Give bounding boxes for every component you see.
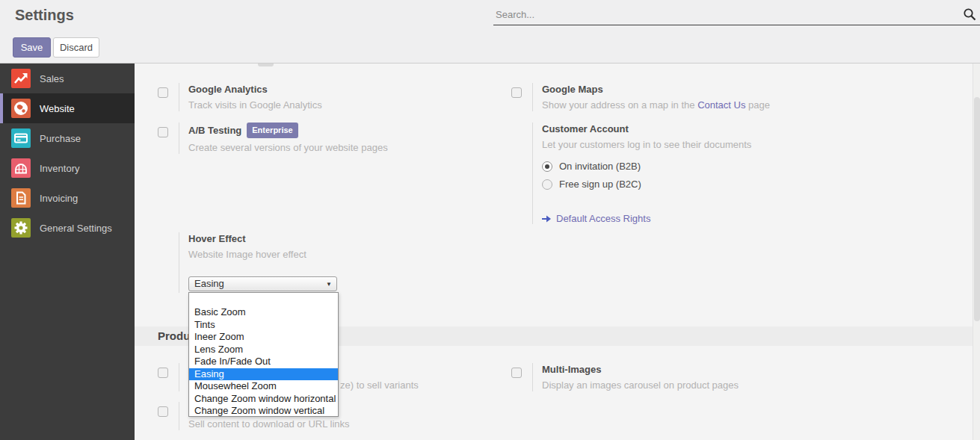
sidebar: Sales Website Purchase <box>0 63 135 440</box>
multi-images-checkbox[interactable] <box>511 368 522 378</box>
sidebar-item-purchase[interactable]: Purchase <box>0 123 135 153</box>
inventory-building-icon <box>11 158 31 178</box>
dropdown-option[interactable]: Easing <box>189 368 338 381</box>
header: Settings Save Discard <box>0 0 980 63</box>
setting-row-customer-account: Customer Account Let your customers log … <box>499 123 948 224</box>
digital-content-checkbox[interactable] <box>158 406 168 417</box>
settings-content: Google Analytics Track visits in Google … <box>135 63 980 440</box>
radio-button[interactable] <box>542 161 552 172</box>
right-arrow-icon <box>542 214 552 223</box>
setting-row-google-maps: Google Maps Show your address on a map i… <box>499 83 948 111</box>
vertical-scrollbar <box>973 63 980 440</box>
multi-images-title: Multi-Images <box>542 363 739 376</box>
hover-effect-select[interactable]: Easing ▼ <box>188 276 337 291</box>
dropdown-option[interactable]: Basic Zoom <box>189 306 338 319</box>
google-maps-checkbox[interactable] <box>511 87 522 98</box>
enterprise-badge: Enterprise <box>247 123 298 138</box>
page-title: Settings <box>15 7 74 24</box>
purchase-card-icon <box>11 128 31 148</box>
attributes-checkbox[interactable] <box>158 368 168 378</box>
dropdown-option[interactable]: Lens Zoom <box>189 344 338 356</box>
ab-testing-checkbox[interactable] <box>158 127 168 137</box>
sales-chart-icon <box>11 69 31 88</box>
radio-free-sign-up-b2c[interactable]: Free sign up (B2C) <box>542 179 751 190</box>
sidebar-item-label: Sales <box>40 73 64 84</box>
sidebar-item-website[interactable]: Website <box>0 93 135 123</box>
invoicing-document-icon <box>11 188 31 208</box>
dropdown-option[interactable]: Mousewheel Zoom <box>189 380 338 393</box>
sidebar-item-label: Purchase <box>40 133 81 144</box>
website-globe-icon <box>11 99 31 118</box>
sidebar-item-label: Inventory <box>40 163 79 174</box>
setting-row-ab-testing: A/B TestingEnterprise Create several ver… <box>146 123 490 154</box>
digital-content-desc: Sell content to download or URL links <box>188 418 350 430</box>
save-button[interactable]: Save <box>13 37 51 58</box>
dropdown-option[interactable]: Ineer Zoom <box>189 331 338 344</box>
discard-button[interactable]: Discard <box>53 37 99 58</box>
customer-account-title: Customer Account <box>542 123 751 135</box>
search-input[interactable] <box>496 5 961 23</box>
chevron-down-icon: ▼ <box>326 281 332 288</box>
search-icon[interactable] <box>963 7 976 21</box>
setting-row-google-analytics: Google Analytics Track visits in Google … <box>146 83 490 111</box>
dropdown-option[interactable]: Change Zoom window vertical <box>189 405 338 418</box>
gear-icon <box>11 218 31 238</box>
default-access-rights-link[interactable]: Default Access Rights <box>542 213 751 224</box>
dropdown-option[interactable]: Tints <box>189 319 338 332</box>
multi-images-desc: Display an images carousel on product pa… <box>542 379 739 391</box>
sidebar-item-invoicing[interactable]: Invoicing <box>0 183 135 213</box>
customer-account-desc: Let your customers log in to see their d… <box>542 139 751 151</box>
sidebar-item-label: General Settings <box>40 223 112 234</box>
cut-off-element <box>258 63 274 66</box>
sidebar-item-inventory[interactable]: Inventory <box>0 153 135 183</box>
setting-row-multi-images: Multi-Images Display an images carousel … <box>499 363 948 391</box>
dropdown-option[interactable]: Change Zoom window horizontal <box>189 393 338 406</box>
sidebar-item-sales[interactable]: Sales <box>0 63 135 93</box>
dropdown-option[interactable] <box>189 293 338 306</box>
customer-account-radios: On invitation (B2B) Free sign up (B2C) <box>542 161 751 190</box>
radio-on-invitation-b2b[interactable]: On invitation (B2B) <box>542 161 751 172</box>
settings-app: Settings Save Discard Sales <box>0 0 980 440</box>
hover-effect-desc: Website Image hover effect <box>188 249 306 261</box>
search-bar <box>493 4 980 25</box>
google-analytics-desc: Track visits in Google Analytics <box>188 99 322 111</box>
scrollbar-thumb[interactable] <box>974 97 980 321</box>
sidebar-item-general-settings[interactable]: General Settings <box>0 213 135 243</box>
dropdown-option[interactable]: Fade In/Fade Out <box>189 356 338 368</box>
hover-effect-dropdown: Basic ZoomTintsIneer ZoomLens ZoomFade I… <box>188 292 339 417</box>
google-analytics-checkbox[interactable] <box>158 87 168 98</box>
google-analytics-title: Google Analytics <box>188 83 322 96</box>
radio-button[interactable] <box>542 179 552 190</box>
sidebar-item-label: Website <box>40 103 75 114</box>
hover-effect-title: Hover Effect <box>188 232 306 245</box>
contact-us-link[interactable]: Contact Us <box>697 99 745 111</box>
google-maps-title: Google Maps <box>542 83 770 96</box>
sidebar-item-label: Invoicing <box>40 193 78 204</box>
ab-testing-desc: Create several versions of your website … <box>188 142 388 154</box>
ab-testing-title: A/B Testing <box>188 125 241 136</box>
